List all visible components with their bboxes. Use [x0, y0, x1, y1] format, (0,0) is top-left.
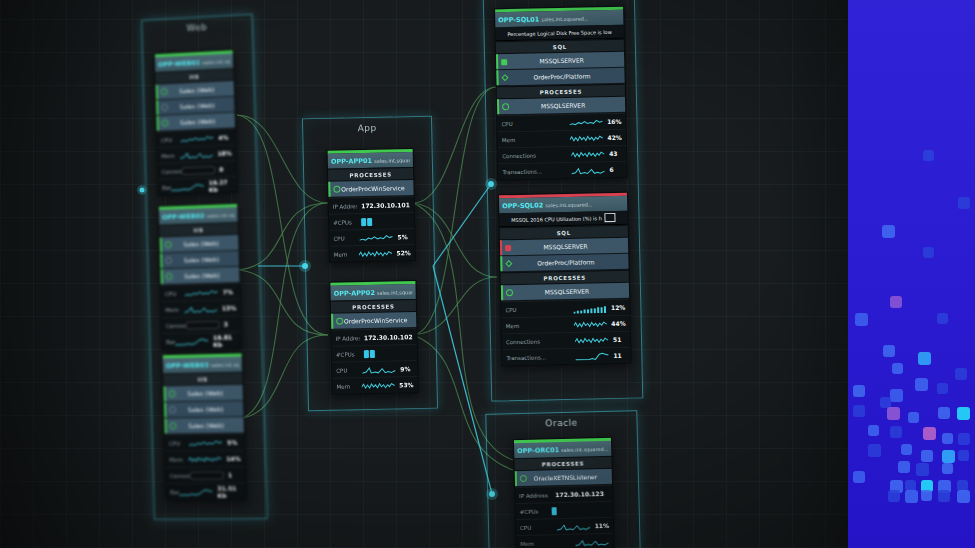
decor-pixel	[916, 463, 929, 476]
stat-bandwidth: Bandwidth19.81 Kb	[162, 331, 241, 349]
decor-pixel	[921, 490, 932, 501]
stat-connections: Connections3	[162, 315, 241, 333]
decor-pixel	[918, 352, 931, 365]
sparkline	[361, 380, 395, 391]
decor-pixel	[957, 407, 970, 420]
decor-pixel	[853, 405, 865, 417]
decor-pixel	[892, 363, 903, 374]
cpu-count-bar	[361, 217, 372, 225]
cpu-count-bar	[364, 349, 375, 357]
sparkline	[181, 133, 215, 144]
node-name: OPP-WEB01	[158, 58, 200, 68]
group-sql[interactable]: OPP-SQL01sales.int.squared... Percentage…	[483, 0, 644, 402]
sql-instance-row[interactable]: MSSQLSERVER	[500, 238, 628, 256]
alert-badge	[605, 213, 616, 222]
group-app[interactable]: App OPP-APP01sales.int.squared... PROCES…	[302, 116, 438, 412]
sparkline	[569, 117, 603, 128]
sparkline	[571, 165, 605, 176]
node-opp-sql02[interactable]: OPP-SQL02sales.int.squared... MSSQL 2016…	[498, 192, 632, 367]
decor-pixel	[898, 461, 910, 473]
group-web[interactable]: Web OPP-WEB01sales.int.squared... IIS Sa…	[141, 14, 268, 520]
group-web-label: Web	[142, 20, 252, 36]
decor-pixel	[942, 463, 953, 474]
sparkline	[359, 232, 393, 243]
decor-pixel	[958, 197, 970, 209]
sql-platform-row[interactable]: OrderProc/Platform	[500, 254, 628, 272]
decor-pixel	[957, 490, 970, 503]
sparkline	[171, 181, 205, 192]
group-oracle[interactable]: Oracle OPP-ORC01sales.int.squared... PRO…	[485, 410, 640, 548]
stat-bandwidth: Bandwidth19.27 Kb	[158, 176, 237, 195]
stat-cpu-count: #CPUs	[332, 344, 417, 362]
node-opp-app02[interactable]: OPP-APP02sales.int.squared... PROCESSES …	[329, 280, 418, 395]
sql-instance-row[interactable]: MSSQLSERVER	[496, 52, 624, 70]
process-row[interactable]: MSSQLSERVER	[501, 283, 629, 301]
node-opp-web01[interactable]: OPP-WEB01sales.int.squared... IIS Sales …	[154, 49, 238, 196]
decor-pixel	[942, 450, 955, 463]
decor-pixel	[937, 383, 948, 394]
decor-pixel	[853, 385, 865, 397]
sparkline	[358, 248, 392, 259]
node-opp-web02[interactable]: OPP-WEB02sales.int.squared... IIS Sales …	[158, 203, 243, 350]
node-name: OPP-WEB03	[166, 361, 209, 370]
sparkline	[569, 133, 603, 144]
process-row[interactable]: MSSQLSERVER	[497, 97, 625, 115]
process-row[interactable]: OrderProcWinService	[331, 312, 416, 329]
group-oracle-label: Oracle	[486, 416, 636, 430]
node-domain: sales.int.squared...	[202, 58, 230, 65]
decor-pixel	[955, 368, 967, 380]
decor-pixel	[890, 426, 902, 438]
cpu-count-bar	[552, 507, 557, 515]
decor-pixel	[915, 378, 928, 391]
sparkline	[362, 364, 396, 375]
empty-bar	[181, 165, 215, 174]
node-domain: sales.int.squared...	[206, 212, 234, 219]
decor-pixel	[938, 490, 950, 502]
node-opp-web03[interactable]: OPP-WEB03sales.int.squared... IIS Sales …	[162, 352, 247, 500]
decor-pixel	[868, 425, 879, 436]
decor-pixel	[868, 444, 881, 457]
stat-ip-address: IP Address172.30.10.101	[329, 196, 414, 214]
stat-mem: Mem	[516, 533, 613, 548]
stat-cpu: CPU5%	[165, 433, 245, 450]
sparkline	[175, 336, 209, 347]
sql-platform-row[interactable]: OrderProc/Platform	[496, 68, 624, 86]
process-row[interactable]: Sales (Web)	[160, 235, 239, 253]
sparkline	[573, 319, 607, 330]
node-name: OPP-APP01	[331, 156, 372, 165]
sparkline	[557, 521, 591, 532]
stat-cpu: CPU5%	[329, 228, 414, 246]
decor-pixel	[923, 150, 934, 161]
empty-bar	[186, 320, 220, 329]
process-row[interactable]: Sales (Web)	[164, 417, 244, 433]
decor-pixel	[883, 345, 895, 357]
process-row[interactable]: Sales (Web)	[164, 401, 244, 418]
process-row[interactable]: Sales (Web)	[160, 267, 239, 284]
sparkline	[575, 351, 609, 362]
node-domain: sales.int.squared...	[211, 361, 239, 368]
process-row[interactable]: Sales (Web)	[160, 251, 239, 268]
sparkline	[185, 287, 219, 298]
decor-pixel	[890, 389, 903, 402]
stat-ip-address: IP Address172.30.10.102	[331, 328, 416, 346]
stat-mem: Mem52%	[330, 244, 415, 262]
process-row[interactable]: OracleXETNSListener	[515, 469, 612, 486]
stat-transactions: Transactions...11	[502, 347, 630, 366]
empty-bar	[190, 471, 224, 480]
decor-pixel	[923, 247, 934, 258]
stat-cpu-count: #CPUs	[329, 212, 414, 230]
decor-pixel	[882, 225, 895, 238]
decor-pixel	[921, 450, 933, 462]
node-opp-orc01[interactable]: OPP-ORC01sales.int.squared... PROCESSES …	[513, 437, 615, 548]
process-row[interactable]: Sales (Web)	[163, 385, 242, 402]
node-opp-sql01[interactable]: OPP-SQL01sales.int.squared... Percentage…	[494, 6, 628, 181]
decor-pixel	[887, 407, 900, 420]
process-row[interactable]: OrderProcWinService	[328, 180, 413, 197]
decor-pixel	[938, 407, 950, 419]
node-domain: sales.int.squared...	[377, 289, 413, 296]
sparkline	[575, 335, 609, 346]
decor-pixel	[958, 450, 969, 461]
node-opp-app01[interactable]: OPP-APP01sales.int.squared... PROCESSES …	[327, 148, 416, 263]
stat-cpu: CPU9%	[332, 360, 417, 378]
sparkline	[180, 149, 214, 160]
